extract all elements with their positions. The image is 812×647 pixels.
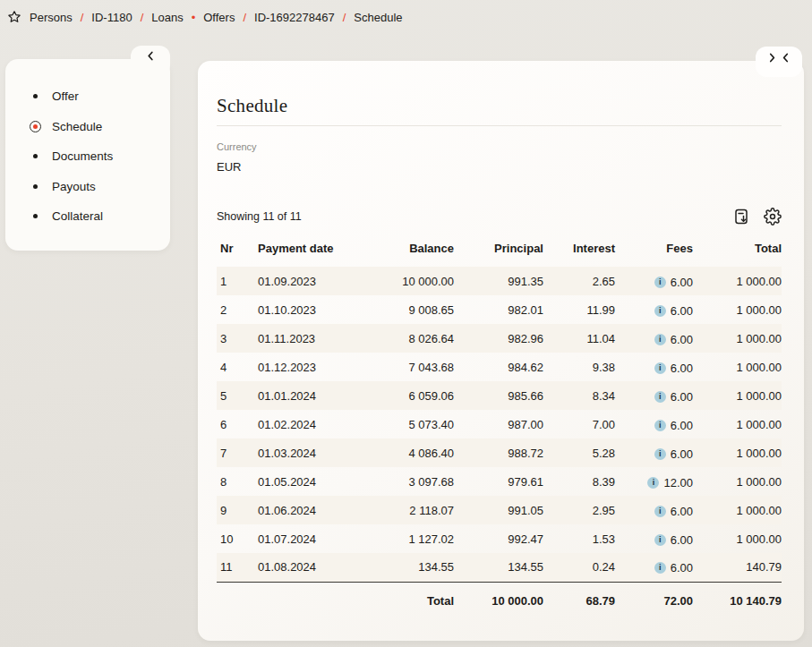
breadcrumb-item-loans[interactable]: Loans <box>151 11 183 24</box>
cell-interest: 11.04 <box>543 324 615 353</box>
sidebar-item-collateral[interactable]: Collateral <box>5 201 170 232</box>
cell-total: 1 000.00 <box>693 467 782 496</box>
cell-nr: 1 <box>217 267 258 295</box>
total-interest: 68.79 <box>543 582 615 620</box>
cell-interest: 11.99 <box>543 295 615 324</box>
cell-balance: 6 059.06 <box>351 381 454 410</box>
panel-collapse-button[interactable] <box>756 47 802 77</box>
breadcrumb: Persons / ID-1180 / Loans • Offers / ID-… <box>0 0 812 34</box>
cell-nr: 11 <box>217 553 258 582</box>
table-row: 10 01.07.2024 1 127.02 992.47 1.53 i 6.0… <box>217 524 782 553</box>
cell-total: 140.79 <box>693 553 782 582</box>
cell-fees: i 6.00 <box>615 410 693 438</box>
cell-interest: 8.34 <box>543 381 615 410</box>
table-header-row: Nr Payment date Balance Principal Intere… <box>217 242 782 267</box>
fee-info-icon[interactable]: i <box>647 477 659 489</box>
breadcrumb-separator: / <box>243 11 246 24</box>
column-header-payment-date: Payment date <box>258 242 351 267</box>
column-header-interest: Interest <box>543 242 615 267</box>
fee-info-icon[interactable]: i <box>654 420 666 431</box>
schedule-panel: Schedule Currency EUR Showing 11 of 11 <box>198 61 804 641</box>
cell-total: 1 000.00 <box>693 410 782 438</box>
cell-interest: 7.00 <box>543 410 615 438</box>
fee-info-icon[interactable]: i <box>654 334 666 345</box>
favorite-star-icon[interactable] <box>7 10 21 24</box>
column-header-nr: Nr <box>217 242 258 267</box>
cell-interest: 9.38 <box>543 353 615 381</box>
sidebar-item-offer[interactable]: Offer <box>5 81 170 112</box>
cell-payment-date: 01.07.2024 <box>258 524 351 553</box>
sidebar-item-label: Payouts <box>52 180 96 193</box>
currency-value: EUR <box>217 160 782 174</box>
cell-payment-date: 01.09.2023 <box>258 267 351 295</box>
cell-principal: 992.47 <box>454 524 543 553</box>
breadcrumb-item-offer-id[interactable]: ID-1692278467 <box>254 11 335 24</box>
fee-value: 12.00 <box>663 476 693 490</box>
cell-fees: i 6.00 <box>615 353 693 381</box>
table-row: 3 01.11.2023 8 026.64 982.96 11.04 i 6.0… <box>217 324 782 353</box>
sidebar-item-schedule[interactable]: Schedule <box>5 112 170 142</box>
fee-info-icon[interactable]: i <box>654 448 666 460</box>
total-principal: 10 000.00 <box>454 582 543 620</box>
cell-payment-date: 01.12.2023 <box>258 353 351 381</box>
cell-fees: i 6.00 <box>615 553 693 582</box>
cell-interest: 2.95 <box>543 496 615 524</box>
cell-nr: 10 <box>217 524 258 553</box>
cell-interest: 8.39 <box>543 467 615 496</box>
breadcrumb-item-offers[interactable]: Offers <box>203 11 235 24</box>
breadcrumb-item-persons[interactable]: Persons <box>30 11 73 24</box>
fee-info-icon[interactable]: i <box>654 277 666 288</box>
chevron-left-icon <box>782 53 789 63</box>
cell-balance: 3 097.68 <box>351 467 454 496</box>
sidebar-item-payouts[interactable]: Payouts <box>5 172 170 202</box>
fee-value: 6.00 <box>671 304 693 318</box>
cell-principal: 982.96 <box>454 324 543 353</box>
cell-payment-date: 01.01.2024 <box>258 381 351 410</box>
table-row: 7 01.03.2024 4 086.40 988.72 5.28 i 6.00… <box>217 438 782 467</box>
cell-principal: 134.55 <box>454 553 543 582</box>
cell-principal: 991.35 <box>454 267 543 295</box>
settings-gear-icon[interactable] <box>764 208 782 226</box>
cell-principal: 991.05 <box>454 496 543 524</box>
currency-label: Currency <box>217 141 782 152</box>
cell-payment-date: 01.02.2024 <box>258 410 351 438</box>
fee-value: 6.00 <box>671 276 693 289</box>
cell-balance: 9 008.65 <box>351 295 454 324</box>
breadcrumb-item-schedule[interactable]: Schedule <box>354 11 402 24</box>
chevron-right-icon <box>769 53 776 63</box>
table-row: 9 01.06.2024 2 118.07 991.05 2.95 i 6.00… <box>217 496 782 524</box>
fee-info-icon[interactable]: i <box>654 305 666 317</box>
export-file-icon[interactable] <box>732 208 750 226</box>
total-total: 10 140.79 <box>693 582 782 620</box>
table-row: 11 01.08.2024 134.55 134.55 0.24 i 6.00 … <box>217 553 782 582</box>
fee-info-icon[interactable]: i <box>654 391 666 403</box>
cell-fees: i 6.00 <box>615 267 693 295</box>
table-total-row: Total 10 000.00 68.79 72.00 10 140.79 <box>217 582 782 620</box>
cell-balance: 7 043.68 <box>351 353 454 381</box>
cell-balance: 8 026.64 <box>351 324 454 353</box>
cell-interest: 5.28 <box>543 438 615 467</box>
cell-interest: 0.24 <box>543 553 615 582</box>
total-fees: 72.00 <box>615 582 693 620</box>
cell-nr: 7 <box>217 438 258 467</box>
cell-payment-date: 01.11.2023 <box>258 324 351 353</box>
cell-total: 1 000.00 <box>693 496 782 524</box>
fee-info-icon[interactable]: i <box>654 534 666 546</box>
fee-info-icon[interactable]: i <box>654 362 666 374</box>
breadcrumb-item-person-id[interactable]: ID-1180 <box>91 11 132 24</box>
sidebar-item-documents[interactable]: Documents <box>5 141 170 172</box>
sidebar-collapse-button[interactable] <box>131 46 170 76</box>
sidebar-item-label: Documents <box>52 149 113 163</box>
page-title: Schedule <box>217 95 782 126</box>
bullet-icon <box>30 90 41 102</box>
fee-info-icon[interactable]: i <box>654 506 666 517</box>
cell-payment-date: 01.05.2024 <box>258 467 351 496</box>
cell-fees: i 6.00 <box>615 381 693 410</box>
breadcrumb-separator: / <box>141 11 144 24</box>
fee-info-icon[interactable]: i <box>654 562 666 574</box>
fee-value: 6.00 <box>671 333 693 346</box>
cell-payment-date: 01.03.2024 <box>258 438 351 467</box>
cell-balance: 4 086.40 <box>351 438 454 467</box>
cell-balance: 2 118.07 <box>351 496 454 524</box>
table-row: 6 01.02.2024 5 073.40 987.00 7.00 i 6.00… <box>217 410 782 438</box>
